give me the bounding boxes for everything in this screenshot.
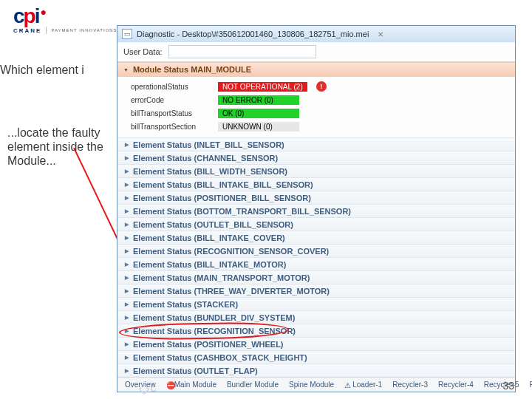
- module-tab-label: Spine Module: [289, 381, 334, 389]
- status-value: OK (0): [218, 109, 299, 118]
- status-row: operationalStatusNOT OPERATIONAL (2)!: [131, 80, 509, 93]
- element-status-row[interactable]: ▶Element Status (POSITIONER_WHEEL): [117, 337, 515, 350]
- status-key: errorCode: [131, 96, 212, 104]
- expand-icon: ▶: [125, 235, 129, 241]
- module-tab-label: Bundler Module: [227, 381, 279, 389]
- status-row: billTransportStatusOK (0): [131, 106, 509, 120]
- expand-icon: ▶: [125, 208, 129, 214]
- error-badge-icon: !: [316, 81, 327, 92]
- module-tab[interactable]: Recycler-4: [434, 379, 478, 390]
- module-tab-label: Loader-1: [352, 381, 382, 389]
- window-title: Diagnostic - Desktop\#350612001460_13080…: [137, 30, 369, 38]
- element-status-label: Element Status (BILL_INTAKE_BILL_SENSOR): [133, 180, 313, 189]
- element-status-row[interactable]: ▶Element Status (OUTLET_BILL_SENSOR): [117, 217, 515, 231]
- document-icon: ▭: [122, 29, 132, 39]
- brand-sub: PAYMENT INNOVATIONS: [51, 28, 117, 33]
- element-status-row[interactable]: ▶Element Status (CHANNEL_SENSOR): [117, 151, 515, 164]
- status-value: NOT OPERATIONAL (2): [218, 82, 307, 92]
- element-status-row[interactable]: ▶Element Status (INLET_BILL_SENSOR): [117, 137, 515, 151]
- element-status-label: Element Status (OUTLET_FLAP): [133, 366, 258, 375]
- element-status-row[interactable]: ▶Element Status (OUTLET_FLAP): [117, 364, 515, 377]
- slide-number: 33: [502, 380, 514, 392]
- element-status-label: Element Status (MAIN_TRANSPORT_MOTOR): [133, 273, 310, 282]
- module-tab-label: Recycler-6: [530, 381, 532, 389]
- element-status-label: Element Status (BOTTOM_TRANSPORT_BILL_SE…: [133, 207, 351, 216]
- expand-icon: ▶: [125, 168, 129, 174]
- brand-logo: cpi● CRANE PAYMENT INNOVATIONS: [13, 4, 117, 34]
- element-status-row[interactable]: ▶Element Status (POSITIONER_BILL_SENSOR): [117, 191, 515, 204]
- slide-question: Which element i: [0, 64, 118, 77]
- expand-icon: ▶: [125, 195, 129, 201]
- module-tab[interactable]: Spine Module: [284, 379, 338, 390]
- module-tab[interactable]: Recycler-5: [480, 379, 524, 390]
- error-icon: ⛔: [166, 381, 173, 388]
- user-data-row: User Data:: [117, 42, 515, 62]
- cpi-logo: cpi●: [13, 4, 117, 28]
- element-status-label: Element Status (BILL_INTAKE_COVER): [133, 233, 285, 242]
- expand-icon: ▶: [125, 142, 129, 148]
- module-tab[interactable]: ⛔Main Module: [162, 379, 221, 390]
- expand-icon: ▶: [125, 155, 129, 161]
- element-status-label: Element Status (CASHBOX_STACK_HEIGHT): [133, 353, 307, 362]
- diagnostic-window: ▭ Diagnostic - Desktop\#350612001460_130…: [117, 25, 516, 392]
- element-status-row[interactable]: ▶Element Status (BILL_WIDTH_SENSOR): [117, 164, 515, 177]
- element-status-row[interactable]: ▶Element Status (STACKER): [117, 297, 515, 310]
- element-status-label: Element Status (RECOGNITION_SENSOR): [133, 327, 296, 335]
- module-tab-label: Recycler-4: [438, 381, 474, 389]
- element-status-row[interactable]: ▶Element Status (BILL_INTAKE_COVER): [117, 231, 515, 244]
- element-status-label: Element Status (BILL_WIDTH_SENSOR): [133, 167, 287, 176]
- element-status-row[interactable]: ▶Element Status (BILL_INTAKE_MOTOR): [117, 257, 515, 270]
- status-key: billTransportStatus: [131, 109, 212, 117]
- user-data-label: User Data:: [123, 47, 163, 56]
- status-key: billTransportSection: [131, 123, 212, 131]
- expand-icon: ▶: [125, 248, 129, 254]
- module-status-header[interactable]: ▼ Module Status MAIN_MODULE: [117, 62, 515, 77]
- element-status-row[interactable]: ▶Element Status (RECOGNITION_SENSOR): [117, 324, 515, 337]
- expand-icon: ▶: [125, 355, 129, 361]
- watermark-icon: [139, 383, 149, 394]
- element-status-row[interactable]: ▶Element Status (THREE_WAY_DIVERTER_MOTO…: [117, 284, 515, 297]
- element-status-row[interactable]: ▶Element Status (BUNDLER_DIV_SYSTEM): [117, 310, 515, 324]
- element-status-row[interactable]: ▶Element Status (BILL_INTAKE_BILL_SENSOR…: [117, 177, 515, 191]
- expand-icon: ▶: [125, 222, 129, 228]
- expand-icon: ▶: [125, 341, 129, 347]
- element-status-label: Element Status (BILL_INTAKE_MOTOR): [133, 260, 286, 269]
- module-tabs: Overview⛔Main ModuleBundler ModuleSpine …: [117, 377, 515, 392]
- element-status-label: Element Status (STACKER): [133, 300, 238, 309]
- user-data-input[interactable]: [168, 45, 316, 58]
- expand-icon: ▶: [125, 288, 129, 294]
- slide-watermark: C: [140, 385, 157, 393]
- element-status-row[interactable]: ▶Element Status (BOTTOM_TRANSPORT_BILL_S…: [117, 204, 515, 217]
- module-tab[interactable]: ⚠Loader-1: [340, 379, 386, 390]
- module-status-grid: operationalStatusNOT OPERATIONAL (2)!err…: [117, 77, 515, 137]
- element-status-row[interactable]: ▶Element Status (CASHBOX_STACK_HEIGHT): [117, 350, 515, 364]
- expand-icon: ▶: [125, 262, 129, 267]
- status-value: UNKNOWN (0): [218, 122, 299, 132]
- element-status-label: Element Status (CHANNEL_SENSOR): [133, 154, 278, 163]
- status-row: errorCodeNO ERROR (0): [131, 93, 509, 106]
- element-status-list: ▶Element Status (INLET_BILL_SENSOR)▶Elem…: [117, 137, 515, 377]
- status-row: billTransportSectionUNKNOWN (0): [131, 120, 509, 133]
- module-tab[interactable]: Recycler-3: [388, 379, 432, 390]
- expand-icon: ▶: [125, 368, 129, 374]
- window-titlebar: ▭ Diagnostic - Desktop\#350612001460_130…: [117, 26, 515, 42]
- element-status-row[interactable]: ▶Element Status (RECOGNITION_SENSOR_COVE…: [117, 244, 515, 257]
- brand-crane: CRANE: [13, 27, 41, 34]
- module-tab[interactable]: Bundler Module: [222, 379, 283, 390]
- element-status-label: Element Status (POSITIONER_WHEEL): [133, 340, 284, 349]
- expand-icon: ▶: [125, 315, 129, 321]
- expand-icon: ▶: [125, 275, 129, 281]
- status-key: operationalStatus: [131, 83, 212, 91]
- element-status-label: Element Status (RECOGNITION_SENSOR_COVER…: [133, 247, 329, 256]
- element-status-label: Element Status (POSITIONER_BILL_SENSOR): [133, 194, 311, 202]
- status-value: NO ERROR (0): [218, 95, 299, 105]
- watermark-text: C: [151, 385, 157, 393]
- tab-close-button[interactable]: ✕: [375, 30, 386, 38]
- element-status-label: Element Status (THREE_WAY_DIVERTER_MOTOR…: [133, 287, 330, 296]
- warning-icon: ⚠: [344, 381, 351, 388]
- module-tab[interactable]: Recycler-6: [525, 379, 532, 390]
- expand-icon: ▶: [125, 301, 129, 307]
- element-status-row[interactable]: ▶Element Status (MAIN_TRANSPORT_MOTOR): [117, 270, 515, 284]
- element-status-label: Element Status (BUNDLER_DIV_SYSTEM): [133, 313, 295, 322]
- collapse-icon: ▼: [123, 67, 129, 72]
